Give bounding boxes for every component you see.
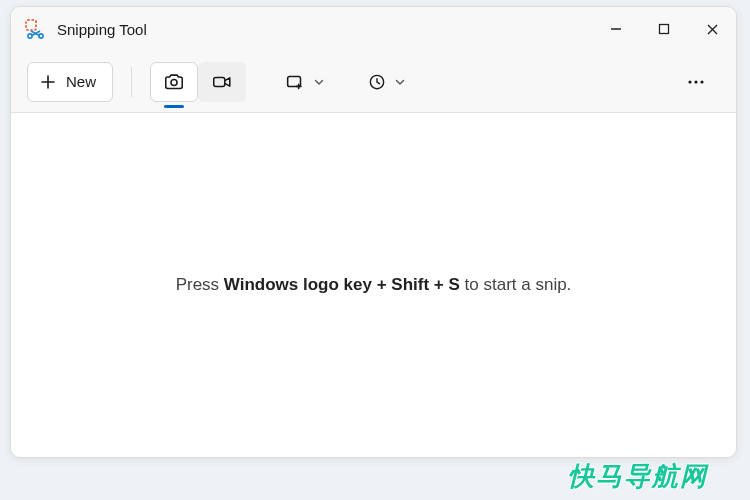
video-mode-button[interactable]: [198, 62, 246, 102]
hint-prefix: Press: [176, 275, 224, 294]
chevron-down-icon: [394, 76, 406, 88]
plus-icon: [40, 74, 56, 90]
minimize-button[interactable]: [592, 7, 640, 51]
hint-keys: Windows logo key + Shift + S: [224, 275, 460, 294]
hint-suffix: to start a snip.: [460, 275, 572, 294]
clock-icon: [367, 72, 387, 92]
more-horizontal-icon: [686, 72, 706, 92]
maximize-button[interactable]: [640, 7, 688, 51]
svg-point-9: [694, 80, 697, 83]
svg-point-10: [700, 80, 703, 83]
camera-icon: [163, 71, 185, 93]
shortcut-hint: Press Windows logo key + Shift + S to st…: [176, 275, 572, 295]
svg-rect-5: [214, 77, 225, 86]
watermark: 快马导航网: [568, 459, 708, 494]
svg-point-1: [28, 34, 32, 38]
new-button[interactable]: New: [27, 62, 113, 102]
snipping-tool-window: Snipping Tool New: [10, 6, 737, 458]
svg-rect-3: [660, 25, 669, 34]
app-icon: [25, 19, 45, 39]
screenshot-mode-button[interactable]: [150, 62, 198, 102]
rectangle-mode-icon: [284, 71, 306, 93]
delay-dropdown[interactable]: [363, 62, 410, 102]
svg-rect-0: [26, 20, 36, 30]
toolbar: New: [11, 51, 736, 113]
capture-mode-group: [150, 62, 246, 102]
svg-point-8: [688, 80, 691, 83]
app-title: Snipping Tool: [57, 21, 147, 38]
chevron-down-icon: [313, 76, 325, 88]
toolbar-separator: [131, 67, 132, 97]
new-button-label: New: [66, 73, 96, 90]
close-button[interactable]: [688, 7, 736, 51]
svg-point-4: [171, 79, 177, 85]
titlebar: Snipping Tool: [11, 7, 736, 51]
content-area: Press Windows logo key + Shift + S to st…: [11, 113, 736, 457]
video-icon: [211, 71, 233, 93]
svg-point-2: [39, 34, 43, 38]
more-options-button[interactable]: [672, 62, 720, 102]
window-controls: [592, 7, 736, 51]
snip-shape-dropdown[interactable]: [280, 62, 329, 102]
